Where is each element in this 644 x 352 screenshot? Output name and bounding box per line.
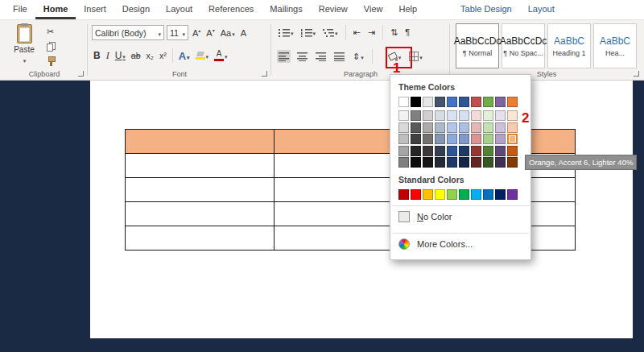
color-swatch[interactable] [495, 146, 506, 156]
color-swatch[interactable] [423, 122, 433, 133]
color-swatch[interactable] [398, 134, 409, 144]
color-swatch[interactable] [471, 110, 481, 121]
subscript-button[interactable]: x₂ [145, 49, 155, 62]
style-item[interactable]: AaBbCHeading 1 [547, 23, 591, 68]
color-swatch[interactable] [398, 146, 409, 156]
text-effects-button[interactable]: A [177, 48, 192, 64]
color-swatch[interactable] [495, 122, 506, 133]
strikethrough-button[interactable]: ab [130, 49, 142, 62]
font-color-button[interactable]: A [213, 48, 229, 64]
color-swatch[interactable] [459, 157, 469, 168]
align-center-button[interactable] [295, 50, 309, 63]
color-swatch[interactable] [459, 134, 469, 144]
bullets-button[interactable] [277, 26, 295, 39]
color-swatch[interactable] [435, 189, 445, 200]
color-swatch[interactable] [398, 189, 409, 200]
color-swatch[interactable] [398, 97, 409, 107]
color-swatch[interactable] [435, 146, 445, 156]
decrease-indent-button[interactable]: ⇤ [352, 26, 362, 39]
color-swatch[interactable] [398, 110, 409, 121]
table-cell[interactable] [126, 178, 275, 201]
align-right-button[interactable] [314, 50, 328, 63]
color-swatch[interactable] [483, 157, 493, 168]
color-swatch[interactable] [411, 157, 421, 168]
color-swatch[interactable] [411, 134, 421, 144]
color-swatch[interactable] [411, 189, 421, 200]
format-painter-button[interactable] [47, 56, 56, 66]
styles-dialog-launcher-icon[interactable] [634, 71, 639, 77]
color-swatch[interactable] [411, 122, 421, 133]
color-swatch[interactable] [447, 97, 457, 107]
clear-formatting-button[interactable]: A [239, 27, 248, 39]
color-swatch[interactable] [471, 97, 481, 107]
italic-button[interactable]: I [105, 48, 111, 64]
color-swatch[interactable] [411, 110, 421, 121]
color-swatch[interactable] [483, 134, 493, 144]
shrink-font-button[interactable]: A▾ [204, 27, 216, 39]
color-swatch[interactable] [459, 146, 469, 156]
color-swatch[interactable] [411, 146, 421, 156]
color-swatch[interactable] [483, 122, 493, 133]
table-cell[interactable] [126, 202, 275, 226]
color-swatch[interactable] [435, 134, 445, 144]
tab-view[interactable]: View [356, 0, 391, 19]
color-swatch[interactable] [459, 97, 469, 107]
color-swatch[interactable] [447, 134, 457, 144]
color-swatch[interactable] [435, 157, 445, 168]
table-cell[interactable] [126, 154, 275, 177]
color-swatch[interactable] [435, 110, 445, 121]
justify-button[interactable] [332, 50, 346, 63]
font-name-select[interactable]: Calibri (Body) [92, 25, 164, 40]
line-spacing-button[interactable]: ⇕ [351, 50, 365, 64]
color-swatch[interactable] [483, 189, 493, 200]
cut-button[interactable]: ✂ [47, 27, 54, 37]
color-swatch[interactable] [495, 97, 506, 107]
color-swatch[interactable] [495, 110, 506, 121]
tab-file[interactable]: File [5, 0, 35, 19]
color-swatch[interactable] [471, 157, 481, 168]
color-swatch[interactable] [507, 97, 518, 107]
bold-button[interactable]: B [92, 48, 102, 63]
color-swatch[interactable] [398, 122, 409, 133]
color-swatch[interactable] [447, 122, 457, 133]
tab-table-design[interactable]: Table Design [452, 0, 520, 19]
tab-references[interactable]: References [200, 0, 262, 19]
color-swatch[interactable] [423, 146, 433, 156]
color-swatch[interactable] [471, 134, 481, 144]
tab-help[interactable]: Help [390, 0, 425, 19]
tab-insert[interactable]: Insert [76, 0, 114, 19]
sort-button[interactable]: ⇅ [389, 26, 399, 39]
increase-indent-button[interactable]: ⇥ [366, 26, 377, 39]
more-colors-menu-item[interactable]: More Colors... [390, 234, 530, 255]
color-swatch[interactable] [471, 189, 481, 200]
document-page[interactable] [90, 81, 633, 338]
align-left-button[interactable] [277, 50, 291, 63]
color-swatch[interactable] [483, 97, 493, 107]
show-formatting-marks-button[interactable]: ¶ [403, 26, 411, 39]
color-swatch[interactable] [507, 110, 518, 121]
color-swatch[interactable] [398, 157, 409, 168]
paste-button[interactable]: Paste [8, 24, 40, 71]
color-swatch[interactable] [507, 157, 518, 168]
tab-review[interactable]: Review [311, 0, 356, 19]
color-swatch[interactable] [423, 110, 433, 121]
style-item[interactable]: AaBbCcDc¶ Normal [456, 23, 499, 68]
color-swatch[interactable] [447, 189, 457, 200]
font-size-select[interactable]: 11 [167, 25, 188, 40]
clipboard-dialog-launcher-icon[interactable] [78, 71, 84, 77]
color-swatch[interactable] [483, 146, 493, 156]
color-swatch[interactable] [459, 122, 469, 133]
numbering-button[interactable] [299, 26, 318, 39]
color-swatch[interactable] [495, 189, 506, 200]
tab-mailings[interactable]: Mailings [262, 0, 310, 19]
tab-design[interactable]: Design [114, 0, 158, 19]
color-swatch[interactable] [495, 134, 506, 144]
color-swatch[interactable] [507, 122, 518, 133]
color-swatch[interactable] [459, 189, 469, 200]
color-swatch[interactable] [447, 146, 457, 156]
color-swatch[interactable] [483, 110, 493, 121]
color-swatch[interactable] [471, 122, 481, 133]
multilevel-list-button[interactable] [321, 26, 340, 39]
change-case-button[interactable]: Aa [219, 27, 237, 39]
table-cell[interactable] [126, 130, 275, 153]
